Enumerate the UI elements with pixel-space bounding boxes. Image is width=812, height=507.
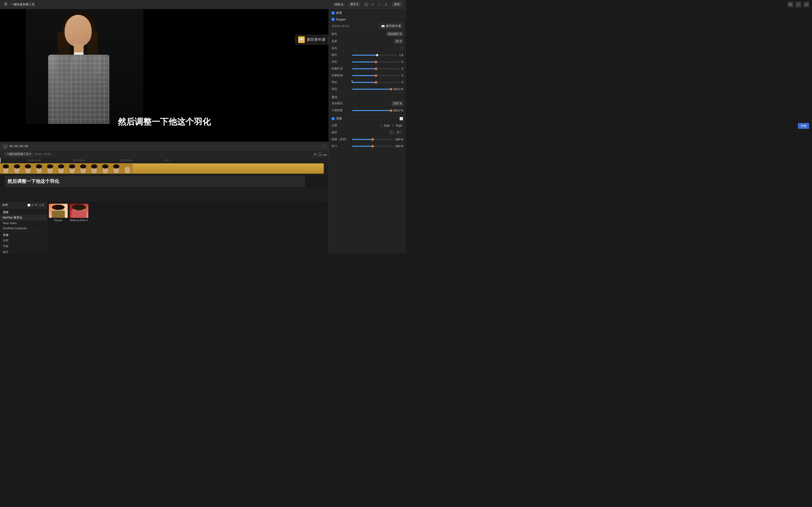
opacity-row: 不透明度 100.0 % <box>329 107 406 114</box>
transform-checkbox[interactable]: ✓ <box>332 117 335 120</box>
thumbnail-3 <box>22 164 33 173</box>
feather1-value: 0 <box>402 60 403 64</box>
transform-expand-icon[interactable]: ⬜ <box>399 117 403 120</box>
subtitle-track-text: 然后调整一下他这个羽化 <box>7 178 59 184</box>
category-sheffield[interactable]: Sheffield Softworks <box>0 226 47 231</box>
category-balance[interactable]: 平衡 <box>0 243 47 249</box>
y-value[interactable]: 0 px <box>395 124 403 127</box>
thumbnail-1 <box>0 164 11 173</box>
play-button[interactable] <box>3 144 7 149</box>
audio-icon[interactable]: ♪ <box>377 2 382 7</box>
outline-expand-thumb[interactable] <box>374 67 377 70</box>
scale-x-value: 100 % <box>395 145 403 148</box>
video-clip[interactable] <box>0 163 324 174</box>
timeline-tracks[interactable]: 然后调整一下他这个羽化 <box>0 163 328 202</box>
keyper-checkbox[interactable]: ✓ <box>332 18 335 21</box>
feather2-slider[interactable] <box>352 82 400 83</box>
outline-shrink-slider[interactable] <box>352 75 400 76</box>
invert-label: 反向 <box>332 46 350 50</box>
expand-button[interactable]: ⛶ <box>322 144 326 148</box>
invert-checkbox[interactable] <box>400 47 403 50</box>
scale-x-thumb[interactable] <box>371 144 374 148</box>
category-level[interactable]: 电平 <box>0 249 47 253</box>
category-all[interactable]: 全部 <box>0 237 47 243</box>
timeline-next-button[interactable]: › <box>52 153 53 156</box>
thumbnail-4 <box>34 164 44 173</box>
effect-keyper[interactable]: Keyper <box>49 204 68 222</box>
keyper-label: Keyper <box>49 219 68 222</box>
opacity-value: 100.0 % <box>393 109 403 112</box>
color-tool-icon[interactable]: ▬ <box>323 152 326 156</box>
video-track <box>0 163 328 174</box>
brand-icon-inline: 📖 <box>381 24 385 28</box>
opacity-slider[interactable] <box>352 110 391 111</box>
opacity-thumb[interactable] <box>389 109 393 112</box>
filter-icon[interactable]: ≡ <box>370 2 375 7</box>
material-button[interactable]: 素材 <box>392 2 402 7</box>
detail-row: 细节 1.8 <box>329 52 406 58</box>
outline-expand-slider[interactable] <box>352 68 400 69</box>
ruler-mark-2: 00:00:06:00 <box>73 159 85 162</box>
effect-makeup[interactable]: Makeup Artist 3 <box>69 204 88 222</box>
video-preview: 然后调整一下他这个羽化 📖 麦田青年课 <box>0 9 328 142</box>
audio-tool-icon[interactable]: 🎧 <box>318 152 322 156</box>
thumbnail-2 <box>11 164 22 173</box>
subtitle-block[interactable]: 然后调整一下他这个羽化 <box>5 176 305 187</box>
feather1-thumb[interactable] <box>374 60 377 63</box>
thumbnail-7 <box>67 164 78 173</box>
detail-thumb[interactable] <box>376 54 378 56</box>
ruler-mark-3: 00:00:08:00 <box>120 159 132 162</box>
feather2-row: 羽化 0 ↖ <box>329 79 406 86</box>
project-title: 一键快速抠像工具 <box>10 2 35 7</box>
feather2-thumb[interactable] <box>374 80 377 84</box>
ruler-mark-1: 00:00:04:00 <box>28 159 41 162</box>
localization-label: 麦田青年课汉化 <box>332 24 350 28</box>
video-controls-bar: 00:00:00:00 ⛶ <box>0 142 328 150</box>
feather1-slider[interactable] <box>352 61 400 62</box>
rotation-value[interactable]: 0 ° <box>395 130 403 134</box>
quality-row: 品质 高 ⇅ <box>329 38 406 45</box>
outline-expand-label: 轮廓扩张 <box>332 67 350 71</box>
category-video: 视频 <box>0 209 47 215</box>
film-icon: 🎬 <box>4 3 7 6</box>
info-icon[interactable]: ℹ <box>384 2 388 7</box>
thumbnail-5 <box>45 164 55 173</box>
scale-x-row: 缩 X 100 % <box>329 143 406 150</box>
quality-select[interactable]: 高 ⇅ <box>394 39 403 44</box>
timeline-prev-button[interactable]: ‹ <box>2 153 3 156</box>
rotation-wheel[interactable] <box>389 130 393 134</box>
detail-slider[interactable] <box>352 55 397 56</box>
outline-expand-value: 0 <box>402 67 403 70</box>
scale-slider[interactable] <box>352 139 393 140</box>
category-neatvideo[interactable]: Neat Video <box>0 221 47 226</box>
scale-x-slider[interactable] <box>352 146 393 147</box>
output-select[interactable]: 组合模式 ⇅ <box>387 32 403 36</box>
subtitle-overlay: 然后调整一下他这个羽化 <box>0 116 328 128</box>
keyper-thumbnail <box>49 204 68 218</box>
quality-value: 高 <box>396 40 399 43</box>
category-maitianlight[interactable]: MaiTian-遮罩光 <box>0 215 47 221</box>
output-chevron-icon: ⇅ <box>399 33 402 36</box>
blend-thumb[interactable] <box>389 87 393 91</box>
outline-shrink-thumb[interactable] <box>374 74 377 77</box>
thumbnail-11 <box>111 164 122 173</box>
scale-thumb[interactable] <box>371 137 374 141</box>
feather2-value: 0 <box>402 81 403 84</box>
output-row: 输出 组合模式 ⇅ <box>329 30 406 38</box>
blend-slider[interactable] <box>352 89 391 90</box>
outline-shrink-row: 轮廓收缩 0 <box>329 72 406 79</box>
brand-name-inline: 麦田青年课 <box>386 24 401 28</box>
subtitle-track: 然后调整一下他这个羽化 <box>0 174 328 188</box>
display-button[interactable]: 显示 ▾ <box>348 2 360 7</box>
rotation-label: 旋转 <box>332 130 350 134</box>
clip-name-label[interactable]: 一键快速抠像工具 ▾ <box>4 152 33 157</box>
zoom-control[interactable]: 48% ▾ <box>333 2 345 7</box>
video-settings-icon[interactable]: ⬛ <box>364 2 368 7</box>
scale-label: 缩放（全部） <box>332 137 350 141</box>
split-tool-icon[interactable]: ⊞ <box>314 152 316 156</box>
x-value[interactable]: 0 px <box>383 124 391 127</box>
detail-label: 细节 <box>332 53 350 57</box>
blend-mode-select[interactable]: 正常 ⇅ <box>392 101 403 106</box>
effects-checkbox[interactable]: ✓ <box>332 11 335 14</box>
only-4k-checkbox[interactable] <box>28 204 30 207</box>
